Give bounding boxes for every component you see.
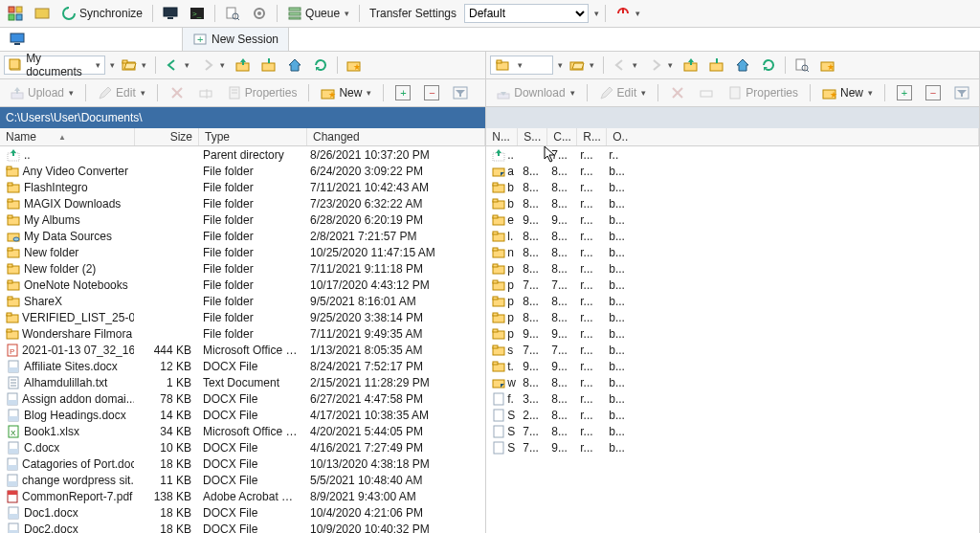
remote-find-button[interactable] [791,55,813,76]
local-back-button[interactable]: ▾ [161,55,193,76]
file-row[interactable]: p9...9...r...b... [486,325,979,342]
file-row[interactable]: ShareXFile folder9/5/2021 8:16:01 AM [0,293,485,309]
file-row[interactable]: n8...8...r...b... [486,244,979,260]
file-row[interactable]: Doc2.docx18 KBDOCX File10/9/2020 10:40:3… [0,521,485,533]
file-row[interactable]: C.docx10 KBDOCX File4/16/2021 7:27:49 PM [0,439,485,455]
file-row[interactable]: My AlbumsFile folder6/28/2020 6:20:19 PM [0,211,485,228]
remote-refresh-button[interactable] [757,55,780,76]
local-properties-button[interactable]: Properties [223,82,301,103]
file-row[interactable]: S7...9...r...b... [486,439,979,455]
toggle-pane-button[interactable] [159,3,182,24]
remote-back-button[interactable]: ▾ [609,55,641,76]
remote-delete-button[interactable] [666,82,689,103]
file-row[interactable]: Doc1.docx18 KBDOCX File10/4/2020 4:21:06… [0,504,485,521]
rcol-rights[interactable]: R... [577,128,607,145]
download-button[interactable]: Download▾ [492,82,578,103]
col-changed[interactable]: Changed [307,128,485,145]
file-row[interactable]: b8...8...r...b... [486,179,979,195]
file-row[interactable]: a8...8...r...b... [486,163,979,179]
col-type[interactable]: Type [199,128,307,145]
file-row[interactable]: f.3...8...r...b... [486,390,979,407]
local-up-button[interactable] [232,55,255,76]
remote-select-none-button[interactable]: − [922,82,945,103]
synchronize-button[interactable]: Synchronize [57,3,146,24]
file-row[interactable]: FlashIntegroFile folder7/11/2021 10:42:4… [0,179,485,195]
rcol-name[interactable]: N... [486,128,518,145]
queue-button[interactable]: Queue ▾ [283,3,353,24]
remote-bookmark-button[interactable]: ★ [816,55,839,76]
file-row[interactable]: Any Video ConverterFile folder6/24/2020 … [0,163,485,179]
file-row[interactable]: XBook1.xlsx34 KBMicrosoft Office E...4/2… [0,423,485,439]
local-delete-button[interactable] [166,82,189,103]
file-row[interactable]: b8...8...r...b... [486,195,979,211]
local-root-button[interactable] [257,55,280,76]
address-book-button[interactable] [4,3,27,24]
file-row[interactable]: Catagories of Port.docx18 KBDOCX File10/… [0,455,485,472]
local-rename-button[interactable] [194,82,217,103]
terminal-button[interactable]: >_ [186,3,209,24]
local-file-grid[interactable]: ..Parent directory8/26/2021 10:37:20 PMA… [0,146,485,533]
file-row[interactable]: p8...8...r...b... [486,260,979,277]
local-edit-button[interactable]: Edit▾ [94,82,149,103]
file-row[interactable]: VERIFIED_LIST_25-09-...File folder9/25/2… [0,309,485,325]
file-row[interactable]: l.8...8...r...b... [486,228,979,244]
file-row[interactable]: Affiliate Sites.docx12 KBDOCX File8/24/2… [0,358,485,374]
file-row[interactable]: S7...8...r...b... [486,423,979,439]
file-row[interactable]: Blog Headings.docx14 KBDOCX File4/17/202… [0,407,485,423]
local-forward-button[interactable]: ▾ [196,55,229,76]
upload-button[interactable]: Upload▾ [6,82,78,103]
file-row[interactable]: CommonReport-7.pdf138 KBAdobe Acrobat D.… [0,488,485,504]
local-tab[interactable] [0,28,183,51]
local-drive-select[interactable]: My documents ▾ [4,56,105,75]
remote-root-button[interactable] [705,55,728,76]
local-new-button[interactable]: ★New▾ [317,82,375,103]
file-row[interactable]: p8...8...r...b... [486,293,979,309]
file-row[interactable]: My Data SourcesFile folder2/8/2021 7:21:… [0,228,485,244]
local-refresh-button[interactable] [309,55,332,76]
remote-edit-button[interactable]: Edit▾ [595,82,651,103]
file-row[interactable]: e9...9...r...b... [486,211,979,228]
remote-open-folder-button[interactable]: ▾ [566,55,598,76]
file-row[interactable]: MAGIX DownloadsFile folder7/23/2020 6:32… [0,195,485,211]
file-row[interactable]: New folderFile folder10/25/2020 11:47:15… [0,244,485,260]
transfer-settings-select[interactable]: Default [464,4,589,23]
local-home-button[interactable] [283,55,306,76]
file-row[interactable]: t.9...9...r...b... [486,358,979,374]
rcol-changed[interactable]: C... [547,128,577,145]
file-row[interactable]: w8...8...r...b... [486,374,979,390]
remote-home-button[interactable] [731,55,754,76]
remote-dir-select[interactable]: ▾ [490,56,553,75]
remote-select-all-button[interactable]: + [893,82,916,103]
local-bookmark-button[interactable]: ★ [343,55,366,76]
local-select-none-button[interactable]: − [420,82,443,103]
remote-forward-button[interactable]: ▾ [644,55,677,76]
remote-new-button[interactable]: ★New▾ [818,82,877,103]
file-row[interactable]: s7...7...r...b... [486,342,979,358]
file-row[interactable]: OneNote NotebooksFile folder10/17/2020 4… [0,277,485,293]
file-row[interactable]: p8...8...r...b... [486,309,979,325]
file-row[interactable]: p7...7...r...b... [486,277,979,293]
col-name[interactable]: Name▲ [0,128,135,145]
sync-browse-button[interactable] [31,3,54,24]
rcol-owner[interactable]: O.. [607,128,979,145]
find-button[interactable] [221,3,244,24]
disconnect-button[interactable]: ▾ [612,3,644,24]
file-row[interactable]: Wondershare FilmoraFile folder7/11/2021 … [0,325,485,342]
remote-filter-button[interactable] [950,82,973,103]
rcol-size[interactable]: S... [518,128,547,145]
settings-button[interactable] [248,3,271,24]
file-row[interactable]: New folder (2)File folder7/11/2021 9:11:… [0,260,485,277]
local-filter-button[interactable] [449,82,472,103]
new-session-tab[interactable]: + New Session [183,28,289,51]
file-row[interactable]: change wordpress sit...11 KBDOCX File5/5… [0,472,485,488]
file-row[interactable]: Assign addon domai...78 KBDOCX File6/27/… [0,390,485,407]
file-row[interactable]: ..7...r...r.. [486,146,979,163]
col-size[interactable]: Size [135,128,199,145]
local-select-all-button[interactable]: + [391,82,414,103]
remote-file-grid[interactable]: ..7...r...r..a8...8...r...b...b8...8...r… [486,146,979,533]
remote-up-button[interactable] [679,55,702,76]
file-row[interactable]: P2021-01-13 07_32_16-...444 KBMicrosoft … [0,342,485,358]
file-row[interactable]: ..Parent directory8/26/2021 10:37:20 PM [0,146,485,163]
local-open-folder-button[interactable]: ▾ [118,55,150,76]
remote-properties-button[interactable]: Properties [724,82,802,103]
